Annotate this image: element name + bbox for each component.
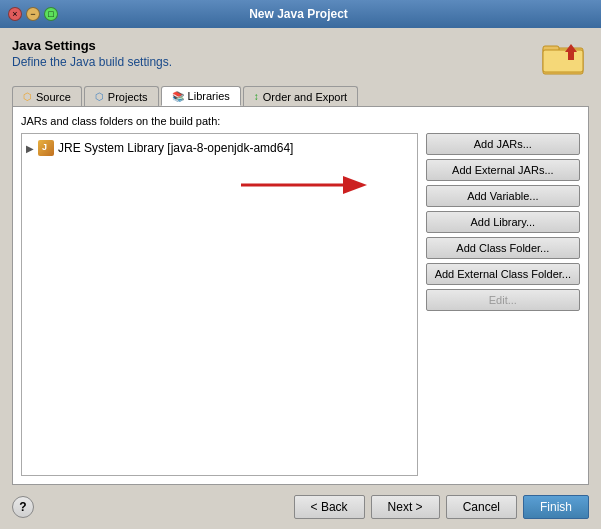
bottom-right: < Back Next > Cancel Finish <box>294 495 589 519</box>
header-subtitle: Define the Java build settings. <box>12 55 172 69</box>
tabs-row: ⬡ Source ⬡ Projects 📚 Libraries ↕ Order … <box>12 86 589 106</box>
tree-item-jre: ▶ JRE System Library [java-8-openjdk-amd… <box>26 138 413 158</box>
tab-libraries[interactable]: 📚 Libraries <box>161 86 241 106</box>
help-button[interactable]: ? <box>12 496 34 518</box>
content-description: JARs and class folders on the build path… <box>21 115 580 127</box>
tab-source[interactable]: ⬡ Source <box>12 86 82 106</box>
header-section: Java Settings Define the Java build sett… <box>12 38 589 78</box>
svg-rect-2 <box>543 50 583 72</box>
tab-projects[interactable]: ⬡ Projects <box>84 86 159 106</box>
libraries-tab-icon: 📚 <box>172 91 184 102</box>
tab-source-label: Source <box>36 91 71 103</box>
tree-view[interactable]: ▶ JRE System Library [java-8-openjdk-amd… <box>21 133 418 476</box>
buttons-column: Add JARs... Add External JARs... Add Var… <box>426 133 580 476</box>
add-external-jars-button[interactable]: Add External JARs... <box>426 159 580 181</box>
projects-tab-icon: ⬡ <box>95 91 104 102</box>
next-button[interactable]: Next > <box>371 495 440 519</box>
finish-button[interactable]: Finish <box>523 495 589 519</box>
add-jars-button[interactable]: Add JARs... <box>426 133 580 155</box>
content-area: JARs and class folders on the build path… <box>12 106 589 485</box>
header-text: Java Settings Define the Java build sett… <box>12 38 172 69</box>
lib-area-wrapper: ▶ JRE System Library [java-8-openjdk-amd… <box>21 133 580 476</box>
jre-label: JRE System Library [java-8-openjdk-amd64… <box>58 141 293 155</box>
tab-projects-label: Projects <box>108 91 148 103</box>
add-external-class-folder-button[interactable]: Add External Class Folder... <box>426 263 580 285</box>
minimize-button[interactable]: − <box>26 7 40 21</box>
add-class-folder-button[interactable]: Add Class Folder... <box>426 237 580 259</box>
folder-icon <box>541 38 589 78</box>
window-controls[interactable]: × − □ <box>8 7 58 21</box>
cancel-button[interactable]: Cancel <box>446 495 517 519</box>
bottom-left: ? <box>12 496 34 518</box>
back-button[interactable]: < Back <box>294 495 365 519</box>
tab-order-label: Order and Export <box>263 91 347 103</box>
dialog-body: Java Settings Define the Java build sett… <box>0 28 601 529</box>
close-button[interactable]: × <box>8 7 22 21</box>
edit-button[interactable]: Edit... <box>426 289 580 311</box>
bottom-row: ? < Back Next > Cancel Finish <box>12 485 589 519</box>
add-variable-button[interactable]: Add Variable... <box>426 185 580 207</box>
order-tab-icon: ↕ <box>254 91 259 102</box>
tab-order-export[interactable]: ↕ Order and Export <box>243 86 358 106</box>
title-bar: × − □ New Java Project <box>0 0 601 28</box>
window-title: New Java Project <box>64 7 533 21</box>
tree-expand-arrow[interactable]: ▶ <box>26 143 34 154</box>
header-title: Java Settings <box>12 38 172 53</box>
jre-icon <box>38 140 54 156</box>
maximize-button[interactable]: □ <box>44 7 58 21</box>
add-library-button[interactable]: Add Library... <box>426 211 580 233</box>
tab-libraries-label: Libraries <box>188 90 230 102</box>
source-tab-icon: ⬡ <box>23 91 32 102</box>
